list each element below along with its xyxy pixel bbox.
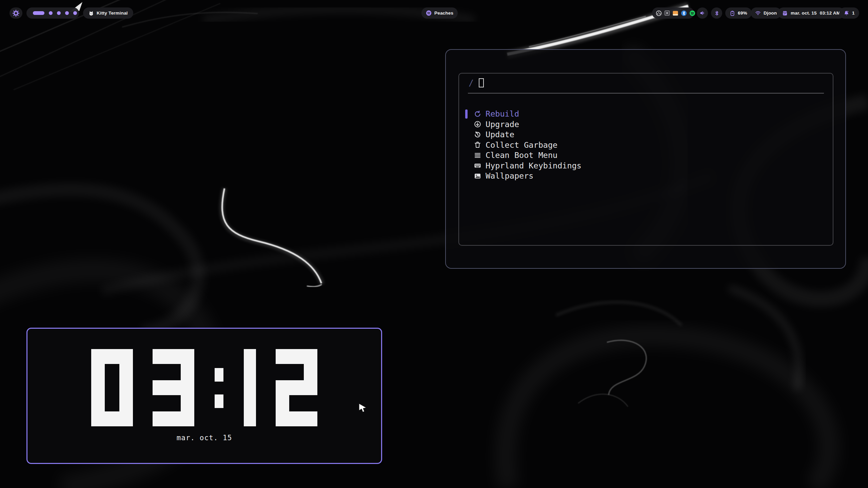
app-launcher: / Rebuild Upgrade — [445, 49, 846, 269]
network-pill[interactable]: Djoon — [751, 7, 781, 19]
date-label: mar. oct. 15 — [791, 11, 817, 16]
calendar-icon — [782, 11, 788, 16]
image-icon — [474, 172, 481, 180]
bluetooth-icon[interactable] — [681, 10, 687, 16]
workspace-active-pill[interactable] — [33, 11, 44, 15]
launcher-item-label: Hyprland Keybindings — [486, 161, 581, 170]
notifications-pill[interactable]: 1 — [839, 7, 859, 19]
battery-percent: 69% — [738, 11, 747, 16]
launcher-item-hyprland-keybindings[interactable]: Hyprland Keybindings — [459, 161, 833, 171]
media-player-pill[interactable]: Peaches — [421, 7, 458, 19]
launcher-item-label: Update — [486, 130, 514, 139]
launcher-item-label: Rebuild — [486, 109, 519, 119]
launcher-item-label: Collect Garbage — [486, 140, 557, 150]
active-window-pill[interactable]: Kitty Terminal — [83, 7, 133, 19]
clock-widget: mar. oct. 15 — [26, 328, 382, 464]
search-divider — [468, 93, 824, 94]
volume-button[interactable] — [697, 7, 708, 19]
wifi-ssid: Djoon — [764, 11, 777, 16]
clock-digit — [91, 349, 133, 426]
battery-pill[interactable]: 69% — [725, 7, 752, 19]
launcher-menu: Rebuild Upgrade Update — [459, 109, 833, 181]
launcher-item-collect-garbage[interactable]: Collect Garbage — [459, 140, 833, 150]
clock-digit — [153, 349, 194, 426]
workspaces-pill — [26, 7, 79, 19]
datetime-pill[interactable]: mar. oct. 15 03:12 AM — [778, 7, 845, 19]
workspace-dot[interactable] — [57, 11, 61, 15]
bluetooth-button[interactable] — [711, 7, 722, 19]
trash-icon — [474, 141, 481, 148]
list-icon — [474, 152, 481, 159]
time-label: 03:12 AM — [820, 11, 840, 16]
nix-menu-button[interactable] — [9, 7, 22, 19]
workspace-indicators — [26, 11, 83, 15]
launcher-item-update[interactable]: Update — [459, 129, 833, 140]
launcher-item-clean-boot-menu[interactable]: Clean Boot Menu — [459, 150, 833, 161]
obs-icon[interactable] — [656, 10, 662, 16]
notification-count: 1 — [852, 11, 855, 16]
system-tray — [652, 7, 694, 19]
workspace-dot[interactable] — [49, 11, 53, 15]
launcher-item-label: Clean Boot Menu — [486, 150, 557, 160]
kitty-cat-icon — [88, 11, 94, 16]
media-track-label: Peaches — [434, 11, 453, 16]
clock-digit — [244, 349, 256, 426]
top-bar: Kitty Terminal Peaches — [0, 0, 868, 22]
text-cursor — [479, 78, 484, 87]
clock-digit — [276, 349, 317, 426]
workspace-dot[interactable] — [73, 11, 77, 15]
mouse-cursor — [359, 403, 367, 413]
search-prompt: / — [469, 78, 474, 88]
bell-icon — [844, 10, 849, 16]
selection-indicator — [465, 109, 468, 119]
launcher-panel: / Rebuild Upgrade — [458, 73, 833, 246]
wifi-icon — [755, 10, 761, 16]
launcher-item-wallpapers[interactable]: Wallpapers — [459, 171, 833, 181]
launcher-item-label: Wallpapers — [486, 171, 533, 181]
clock-time-display — [91, 349, 317, 426]
launcher-item-upgrade[interactable]: Upgrade — [459, 119, 833, 130]
battery-icon — [730, 11, 735, 16]
bluetooth-icon — [714, 11, 719, 16]
active-window-title: Kitty Terminal — [97, 11, 128, 16]
launcher-item-rebuild[interactable]: Rebuild — [459, 109, 833, 119]
keyboard-icon — [474, 162, 481, 169]
spotify-icon[interactable] — [689, 10, 695, 16]
clock-colon — [214, 349, 224, 426]
history-icon — [474, 131, 481, 138]
launcher-search[interactable]: / — [469, 78, 484, 88]
desktop: Kitty Terminal Peaches — [0, 0, 868, 488]
spotify-icon — [426, 10, 432, 16]
arrow-down-circle-icon — [474, 121, 481, 128]
workspace-dot[interactable] — [65, 11, 69, 15]
nix-gear-icon — [13, 10, 19, 17]
launcher-item-label: Upgrade — [486, 120, 519, 129]
files-icon[interactable] — [672, 10, 678, 16]
speaker-icon — [699, 10, 705, 16]
clock-date: mar. oct. 15 — [177, 434, 232, 442]
x-app-icon[interactable] — [664, 10, 670, 16]
rotate-cw-icon — [474, 110, 481, 118]
